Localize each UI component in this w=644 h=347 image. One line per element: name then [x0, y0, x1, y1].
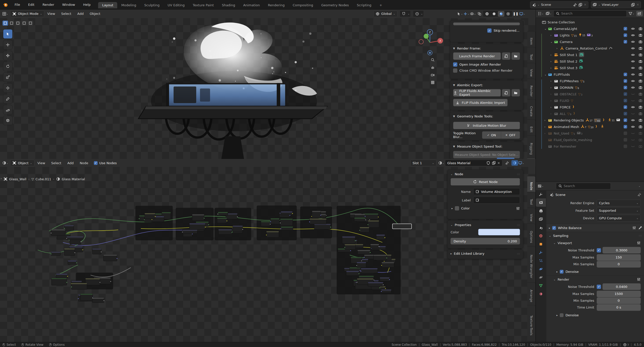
- snap-group[interactable]: ⌄: [399, 10, 411, 17]
- workspace-tab-geometry-nodes[interactable]: Geometry Nodes: [317, 2, 353, 8]
- presets-icon[interactable]: [632, 226, 636, 230]
- xray-toggle[interactable]: [476, 11, 483, 17]
- exclude-checkbox[interactable]: ✓: [622, 86, 629, 89]
- properties-tab-render[interactable]: [536, 198, 546, 207]
- disable-render-toggle[interactable]: [637, 66, 644, 70]
- expand-arrow[interactable]: ›: [550, 34, 554, 37]
- editor-type-icon[interactable]: ⌄: [2, 160, 9, 166]
- outliner-row-domain[interactable]: ›DOMAIN▽6✓: [536, 84, 644, 91]
- workspace-tab-compositing[interactable]: Compositing: [289, 2, 317, 8]
- display-mode-icon[interactable]: ⌄: [545, 11, 552, 16]
- motion-blur-off-button[interactable]: ✕OFF: [501, 131, 520, 139]
- node-tab-texture-tools[interactable]: Texture-Tools: [527, 305, 536, 342]
- outliner-row-flipfluids[interactable]: ⌄FLIPFluids✓: [536, 71, 644, 78]
- exclude-checkbox[interactable]: ✓: [622, 99, 629, 102]
- properties-tab-physics[interactable]: [536, 265, 546, 273]
- partial-button[interactable]: [453, 22, 520, 25]
- outliner-row-for-remesher[interactable]: For Remesher✓: [536, 143, 644, 150]
- properties-tab-world[interactable]: [536, 232, 546, 240]
- absorption-color-swatch[interactable]: [478, 229, 520, 235]
- collapse-triangle[interactable]: ▼: [453, 84, 455, 86]
- shading-mode-group[interactable]: [483, 10, 512, 17]
- new-collection-icon[interactable]: [636, 11, 643, 16]
- node-color-checkbox[interactable]: ✓: [455, 206, 459, 210]
- disable-render-toggle[interactable]: [637, 105, 644, 109]
- cursor-tool-button[interactable]: [3, 40, 13, 50]
- select-mode-intersect-button[interactable]: [28, 21, 33, 26]
- render-folder-button[interactable]: [511, 52, 520, 60]
- new-viewlayer-icon[interactable]: [631, 3, 635, 7]
- hide-viewport-toggle[interactable]: [629, 131, 637, 135]
- pin-icon[interactable]: [637, 193, 641, 197]
- delete-scene-icon[interactable]: ✕: [584, 3, 587, 7]
- editor-type-icon[interactable]: ⌄: [2, 11, 9, 17]
- expand-arrow[interactable]: ›: [544, 119, 548, 122]
- properties-search[interactable]: Search: [556, 183, 611, 189]
- hide-viewport-toggle[interactable]: [629, 59, 637, 63]
- viewport-canvas[interactable]: Z X Options⌄ ✓ Skip rendere: [0, 18, 536, 159]
- node-menu-add[interactable]: Add: [64, 161, 77, 165]
- measure-speed-button[interactable]: Measure Object Speed: No Object Sele...: [453, 151, 520, 158]
- feature-set-dropdown[interactable]: Supported⌄: [597, 207, 641, 214]
- pan-tool-icon[interactable]: [431, 65, 435, 69]
- properties-tab-output[interactable]: [536, 207, 546, 215]
- outliner-search[interactable]: Search: [553, 10, 627, 17]
- expand-arrow[interactable]: ›: [556, 47, 560, 50]
- viewport-render-display-dropdown[interactable]: ⌄: [519, 11, 526, 17]
- select-mode-subtract-button[interactable]: [15, 21, 21, 26]
- hide-viewport-toggle[interactable]: [629, 99, 637, 103]
- properties-tab-particles[interactable]: [536, 256, 546, 265]
- select-mode-invert-button[interactable]: [21, 21, 27, 26]
- fake-user-icon[interactable]: [486, 161, 490, 165]
- properties-tab-constraints[interactable]: [536, 273, 546, 281]
- outliner-row-lights[interactable]: ›Lights▽15153✓: [536, 32, 644, 38]
- node-tab-node-wrangler[interactable]: Node Wrangler: [527, 246, 536, 287]
- render-max-samples[interactable]: 1500: [597, 291, 641, 297]
- annotate-tool-button[interactable]: [3, 94, 13, 104]
- collapse-triangle[interactable]: ▼: [453, 115, 455, 118]
- use-nodes-toggle[interactable]: ✓ Use Nodes: [94, 161, 117, 165]
- rotate-tool-button[interactable]: [3, 62, 13, 71]
- outliner-row-flipmeshes[interactable]: ›FLIPMeshes▽5✓: [536, 78, 644, 84]
- outliner-row-not-used[interactable]: ›Not_Used▽53✓: [536, 130, 644, 137]
- motion-blur-on-button[interactable]: ✓ON: [482, 131, 501, 139]
- hide-viewport-toggle[interactable]: [629, 138, 637, 142]
- disable-render-toggle[interactable]: [637, 53, 644, 57]
- exclude-checkbox[interactable]: ✓: [622, 132, 629, 135]
- exclude-checkbox[interactable]: ✓: [622, 33, 629, 37]
- node-menu-select[interactable]: Select: [48, 161, 64, 165]
- workspace-tab-modeling[interactable]: Modeling: [117, 2, 140, 8]
- pin-icon[interactable]: [505, 161, 509, 165]
- expand-arrow[interactable]: ›: [550, 99, 554, 102]
- expand-arrow[interactable]: ›: [550, 67, 554, 69]
- expand-arrow[interactable]: ›: [544, 125, 548, 128]
- outliner-row-rendering-objects[interactable]: ›Rendering Objects17▽6511✓: [536, 117, 644, 123]
- expand-arrow[interactable]: ▸: [549, 227, 550, 229]
- pause-preview-button[interactable]: ❚❚: [512, 11, 519, 17]
- editor-type-icon[interactable]: ⌄: [537, 183, 544, 189]
- viewport-denoise-checkbox[interactable]: ✓: [560, 270, 564, 274]
- show-overlays-dropdown[interactable]: ⌄: [470, 11, 476, 17]
- collapse-arrow[interactable]: ⌄: [549, 234, 551, 237]
- alembic-export-button[interactable]: FLIP Fluids Alembic Export: [453, 89, 501, 97]
- viewport-menu-add[interactable]: Add: [74, 12, 87, 16]
- properties-tab-object[interactable]: [536, 240, 546, 248]
- viewport-min-samples[interactable]: 0: [597, 261, 641, 268]
- viewport-menu-select[interactable]: Select: [58, 12, 74, 16]
- select-visibility-dropdown[interactable]: ⌄: [457, 11, 463, 17]
- disable-render-toggle[interactable]: [637, 33, 644, 37]
- disable-render-toggle[interactable]: [637, 85, 644, 90]
- proportional-edit-group[interactable]: ⌄: [413, 10, 424, 17]
- ortho-toggle-icon[interactable]: [431, 80, 435, 84]
- disable-render-toggle[interactable]: [637, 27, 644, 31]
- select-box-tool-button[interactable]: [3, 29, 13, 39]
- outliner-row-still-shot-1[interactable]: ›Still Shot 1: [536, 52, 644, 58]
- disable-render-toggle[interactable]: [637, 138, 644, 142]
- render-engine-dropdown[interactable]: Cycles⌄: [597, 200, 641, 206]
- expand-arrow[interactable]: ›: [550, 93, 554, 96]
- presets-icon[interactable]: [637, 277, 641, 281]
- exclude-checkbox[interactable]: ✓: [622, 118, 629, 122]
- node-menu-node[interactable]: Node: [77, 161, 91, 165]
- hide-viewport-toggle[interactable]: [629, 79, 637, 83]
- workspace-tab-shading[interactable]: Shading: [218, 2, 239, 8]
